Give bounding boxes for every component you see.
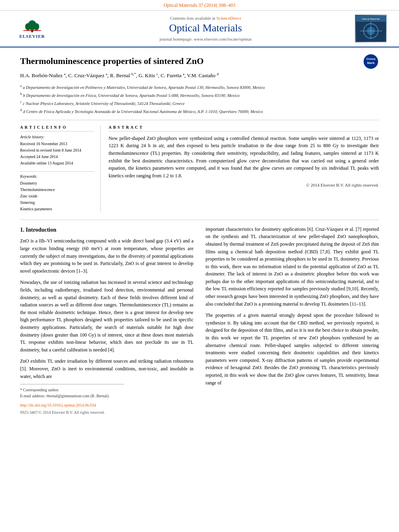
abstract-text: New pellet-shaped ZnO phosphors were syn…	[109, 135, 379, 180]
article-info-heading: A R T I C L E I N F O	[20, 125, 94, 131]
doi-line: http://dx.doi.org/10.1016/j.optmat.2014.…	[20, 402, 193, 409]
sciencedirect-line: Contents lists available at ScienceDirec…	[56, 16, 355, 21]
article-info-abstract: A R T I C L E I N F O Article history: R…	[20, 125, 379, 212]
svg-text:Mark: Mark	[367, 61, 375, 65]
corresponding-label: * Corresponding author.	[20, 387, 193, 393]
cover-image-area: Optical Materials	[355, 14, 391, 43]
footnote-divider	[20, 384, 124, 384]
paper-content: Cross Mark Thermoluminescence properties…	[0, 47, 399, 427]
body-para-2: Nowadays, the use of ionizing radiation …	[20, 279, 193, 353]
svg-rect-12	[356, 39, 386, 42]
section1-heading: 1. Introduction	[20, 226, 193, 234]
journal-title: Optical Materials	[56, 22, 355, 34]
body-para-3: ZnO exhibits TL under irradiation by dif…	[20, 357, 193, 380]
svg-rect-4	[23, 30, 41, 31]
footnote-area: * Corresponding author. E-mail address: …	[20, 387, 193, 399]
hist-received: Received 16 November 2013	[20, 141, 94, 147]
body-text: 1. Introduction ZnO is a IIb–VI semicond…	[20, 226, 379, 415]
hist-accepted: Accepted 24 June 2014	[20, 154, 94, 160]
authors-line: H.A. Borbón-Nuñez a, C. Cruz-Vázquez a, …	[20, 71, 379, 80]
abstract-section: A B S T R A C T New pellet-shaped ZnO ph…	[109, 125, 379, 212]
kw-2: Thermoluminescence	[20, 187, 94, 193]
body-left-col: 1. Introduction ZnO is a IIb–VI semicond…	[20, 226, 193, 415]
email-line: E-mail address: rbernal@gimmunison.com (…	[20, 393, 193, 399]
affil-1: a a Departamento de Investigación en Pol…	[20, 83, 379, 90]
cover-art: Optical Materials	[356, 16, 386, 42]
body-para-1: ZnO is a IIb–VI semiconducting compound …	[20, 237, 193, 275]
abstract-heading: A B S T R A C T	[109, 125, 379, 131]
publisher-logo-area: ELSEVIER	[8, 18, 56, 39]
svg-point-2	[25, 23, 31, 30]
sciencedirect-link[interactable]: ScienceDirect	[216, 16, 241, 21]
body-right-col: important characteristics for dosimetry …	[206, 226, 379, 415]
body-right-para-2: The properties of a given material stron…	[206, 312, 379, 386]
tree-icon	[20, 19, 44, 33]
journal-name-area: Contents lists available at ScienceDirec…	[56, 16, 355, 41]
article-history: Article history: Received 16 November 20…	[20, 135, 94, 166]
affiliations: a a Departamento de Investigación en Pol…	[20, 83, 379, 120]
keywords-section: Keywords: Dosimetry Thermoluminescence Z…	[20, 174, 94, 212]
kw-4: Sintering	[20, 199, 94, 206]
svg-text:Cross: Cross	[366, 57, 376, 61]
hist-online: Available online 13 August 2014	[20, 160, 94, 166]
kw-3: Zinc oxide	[20, 193, 94, 199]
article-info-panel: A R T I C L E I N F O Article history: R…	[20, 125, 101, 212]
journal-cover-image: Optical Materials	[355, 14, 387, 43]
copyright-line: © 2014 Elsevier B.V. All rights reserved…	[109, 183, 379, 187]
affil-4: d d Centro de Física Aplicada y Tecnolog…	[20, 107, 379, 115]
hist-revised: Received in revised form 8 June 2014	[20, 147, 94, 154]
paper-title: Thermoluminescence properties of sintere…	[20, 55, 379, 67]
elsevier-logo: ELSEVIER	[14, 18, 50, 39]
journal-citation: Optical Materials 37 (2014) 398–403	[0, 0, 399, 10]
body-right-para-1: important characteristics for dosimetry …	[206, 226, 379, 308]
crossmark-icon: Cross Mark	[363, 53, 379, 70]
affil-2: b b Departamento de Investigación en Fís…	[20, 91, 379, 99]
keywords-label: Keywords:	[20, 174, 94, 179]
copyright-footer: 0925-3467/© 2014 Elsevier B.V. All right…	[20, 409, 193, 416]
homepage-line: journal homepage: www.elsevier.com/locat…	[56, 37, 355, 41]
affil-3: c c Nuclear Physics Laboratory, Aristotl…	[20, 99, 379, 107]
journal-header: ELSEVIER Contents lists available at Sci…	[0, 10, 399, 47]
history-label: Article history:	[20, 135, 94, 139]
elsevier-label: ELSEVIER	[19, 34, 45, 39]
kw-5: Kinetics parameters	[20, 206, 94, 212]
svg-text:Optical Materials: Optical Materials	[362, 18, 380, 20]
kw-1: Dosimetry	[20, 180, 94, 187]
section-divider	[20, 220, 379, 220]
svg-point-3	[34, 23, 39, 30]
divider	[20, 171, 94, 172]
